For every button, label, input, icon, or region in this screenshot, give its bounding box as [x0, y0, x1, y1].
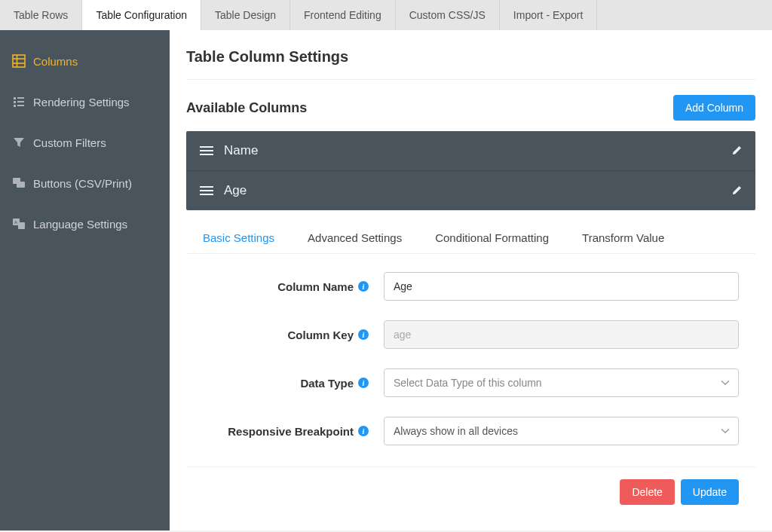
svg-rect-5: [17, 182, 25, 188]
edit-icon[interactable]: [731, 145, 742, 156]
delete-button[interactable]: Delete: [620, 479, 674, 505]
info-icon[interactable]: i: [358, 426, 369, 436]
column-key-label: Column Key: [287, 329, 354, 341]
tab-import-export[interactable]: Import - Export: [500, 0, 598, 30]
available-columns-heading: Available Columns: [186, 100, 307, 116]
tab-table-rows[interactable]: Table Rows: [0, 0, 82, 30]
column-row[interactable]: Age: [186, 171, 755, 210]
column-name-label: Column Name: [277, 280, 354, 293]
sidebar-item-custom-filters[interactable]: Custom Filters: [0, 125, 170, 166]
update-button[interactable]: Update: [681, 479, 739, 505]
svg-text:A: A: [14, 220, 17, 225]
column-name-label: Age: [224, 183, 247, 198]
tab-conditional-formatting[interactable]: Conditional Formatting: [435, 231, 549, 244]
grid-icon: [12, 54, 26, 68]
page-title: Table Column Settings: [186, 48, 755, 80]
funnel-icon: [12, 136, 26, 149]
column-row[interactable]: Name: [186, 131, 755, 171]
tab-frontend-editing[interactable]: Frontend Editing: [290, 0, 396, 30]
tab-basic-settings[interactable]: Basic Settings: [203, 231, 274, 244]
drag-handle-icon[interactable]: [200, 145, 213, 156]
buttons-icon: [12, 176, 26, 190]
sidebar-item-language-settings[interactable]: A Language Settings: [0, 206, 170, 247]
columns-list: Name Age: [186, 131, 755, 210]
basic-settings-form: Column Name i Column Key i Data Type: [186, 254, 755, 467]
column-name-input[interactable]: [384, 272, 739, 301]
sidebar-item-label: Buttons (CSV/Print): [33, 177, 132, 190]
form-footer: Delete Update: [186, 467, 755, 512]
column-settings-tabs: Basic Settings Advanced Settings Conditi…: [186, 231, 755, 254]
edit-icon[interactable]: [731, 185, 742, 196]
sidebar: Columns Rendering Settings Custom Filter…: [0, 30, 170, 530]
sidebar-item-columns[interactable]: Columns: [0, 44, 170, 84]
data-type-select[interactable]: Select Data Type of this column: [384, 368, 739, 397]
column-key-input: [384, 320, 739, 349]
sidebar-item-label: Columns: [33, 55, 78, 68]
responsive-breakpoint-label: Responsive Breakpoint: [228, 425, 354, 438]
render-icon: [12, 95, 26, 109]
svg-rect-7: [18, 222, 25, 229]
add-column-button[interactable]: Add Column: [673, 95, 755, 121]
top-tabs: Table Rows Table Configuration Table Des…: [0, 0, 772, 30]
drag-handle-icon[interactable]: [200, 185, 213, 196]
tab-advanced-settings[interactable]: Advanced Settings: [308, 231, 402, 244]
tab-table-design[interactable]: Table Design: [201, 0, 290, 30]
info-icon[interactable]: i: [358, 329, 369, 340]
responsive-breakpoint-select[interactable]: Always show in all devices: [384, 417, 739, 445]
sidebar-item-label: Language Settings: [33, 218, 127, 231]
tab-custom-css-js[interactable]: Custom CSS/JS: [396, 0, 500, 30]
data-type-label: Data Type: [300, 377, 354, 390]
sidebar-item-rendering-settings[interactable]: Rendering Settings: [0, 84, 170, 125]
info-icon[interactable]: i: [358, 281, 369, 292]
main-content: Table Column Settings Available Columns …: [170, 30, 772, 530]
tab-transform-value[interactable]: Transform Value: [582, 231, 664, 244]
svg-rect-0: [13, 55, 25, 67]
info-icon[interactable]: i: [358, 378, 369, 388]
sidebar-item-label: Custom Filters: [33, 136, 106, 149]
sidebar-item-label: Rendering Settings: [33, 96, 130, 109]
language-icon: A: [12, 217, 26, 231]
column-name-label: Name: [224, 143, 258, 158]
tab-table-configuration[interactable]: Table Configuration: [82, 0, 201, 30]
sidebar-item-buttons[interactable]: Buttons (CSV/Print): [0, 166, 170, 206]
